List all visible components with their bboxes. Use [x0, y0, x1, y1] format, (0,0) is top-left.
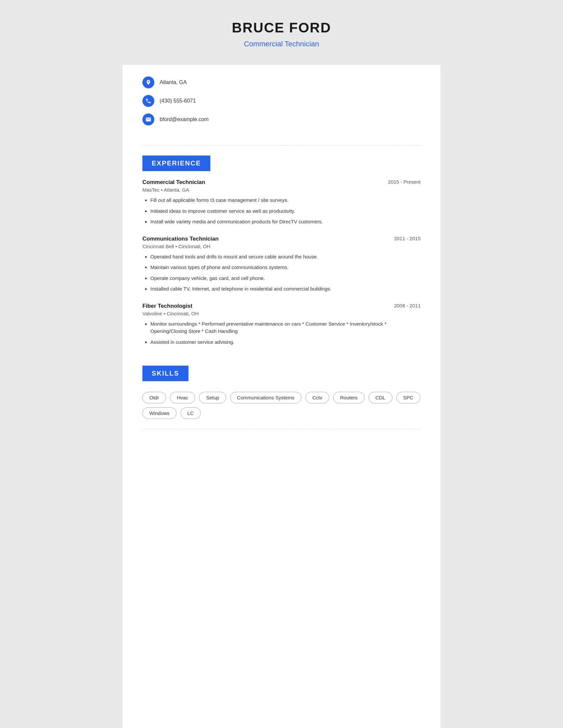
job-bullets-3: Monitor surroundings * Performed prevent…: [142, 320, 421, 346]
skills-divider: [142, 429, 421, 429]
job-dates-3: 2008 - 2011: [394, 303, 421, 308]
job-title-3: Fiber Technologist: [142, 303, 192, 309]
experience-label: EXPERIENCE: [142, 156, 210, 171]
bullet: Monitor surroundings * Performed prevent…: [150, 320, 421, 335]
skills-tags: Otdr Hvac Setup Communications Systems C…: [142, 392, 421, 419]
bullet: Initiated ideas to improve customer serv…: [150, 207, 421, 215]
location-icon: [142, 76, 154, 88]
job-dates-1: 2015 - Present: [388, 179, 421, 185]
skill-tag-6: CDL: [369, 392, 393, 403]
job-bullets-1: Fill out all applicable forms t3 case ma…: [142, 197, 421, 226]
bullet: Install wide variety media and communica…: [150, 218, 421, 226]
location-text: Atlanta, GA: [160, 79, 187, 85]
contact-phone: (430) 555-6071: [142, 95, 421, 107]
contact-section: Atlanta, GA (430) 555-6071 bford@example…: [122, 65, 441, 142]
job-bullets-2: Operated hand tools and drills to mount …: [142, 253, 421, 293]
experience-section: EXPERIENCE Commercial Technician 2015 - …: [122, 146, 441, 346]
job-entry-3: Fiber Technologist 2008 - 2011 Valvoline…: [142, 303, 421, 346]
skills-section: SKILLS Otdr Hvac Setup Communications Sy…: [122, 356, 441, 442]
email-icon: [142, 114, 154, 125]
header-section: BRUCE FORD Commercial Technician: [122, 0, 441, 65]
bullet: Operated hand tools and drills to mount …: [150, 253, 421, 261]
skill-tag-0: Otdr: [142, 392, 166, 403]
skill-tag-8: Windows: [142, 407, 176, 419]
skill-tag-3: Communications Systems: [230, 392, 302, 403]
bullet: Assisted in customer service advising.: [150, 339, 421, 346]
job-dates-2: 2011 - 2015: [394, 236, 421, 241]
job-header-3: Fiber Technologist 2008 - 2011: [142, 303, 421, 309]
job-entry-2: Communications Technician 2011 - 2015 Ci…: [142, 236, 421, 293]
job-header-2: Communications Technician 2011 - 2015: [142, 236, 421, 242]
phone-text: (430) 555-6071: [160, 98, 196, 104]
skills-label: SKILLS: [142, 366, 188, 381]
phone-icon: [142, 95, 154, 107]
job-entry-1: Commercial Technician 2015 - Present Mas…: [142, 179, 421, 226]
contact-location: Atlanta, GA: [142, 76, 421, 88]
bullet: Operate company vehicle, gas card, and c…: [150, 275, 421, 282]
job-title-1: Commercial Technician: [142, 179, 205, 186]
contact-email: bford@example.com: [142, 114, 421, 125]
skill-tag-5: Routers: [333, 392, 365, 403]
candidate-title: Commercial Technician: [136, 40, 427, 48]
bullet: Maintain various types of phone and comm…: [150, 264, 421, 271]
bullet: Installed cable TV, Internet, and teleph…: [150, 285, 421, 293]
skill-tag-7: SPC: [397, 392, 421, 403]
job-header-1: Commercial Technician 2015 - Present: [142, 179, 421, 186]
job-company-1: MasTec • Atlanta, GA: [142, 187, 421, 193]
job-company-2: Cincinnati Bell • Cincinnati, OH: [142, 244, 421, 249]
skill-tag-4: Cctv: [305, 392, 329, 403]
job-company-3: Valvoline • Cincinnati, OH: [142, 311, 421, 316]
skill-tag-1: Hvac: [170, 392, 195, 403]
email-text: bford@example.com: [160, 116, 209, 122]
bullet: Fill out all applicable forms t3 case ma…: [150, 197, 421, 204]
job-title-2: Communications Technician: [142, 236, 218, 242]
skill-tag-9: LC: [180, 407, 201, 419]
candidate-name: BRUCE FORD: [136, 20, 427, 36]
skill-tag-2: Setup: [199, 392, 226, 403]
resume-container: BRUCE FORD Commercial Technician Atlanta…: [122, 0, 441, 728]
